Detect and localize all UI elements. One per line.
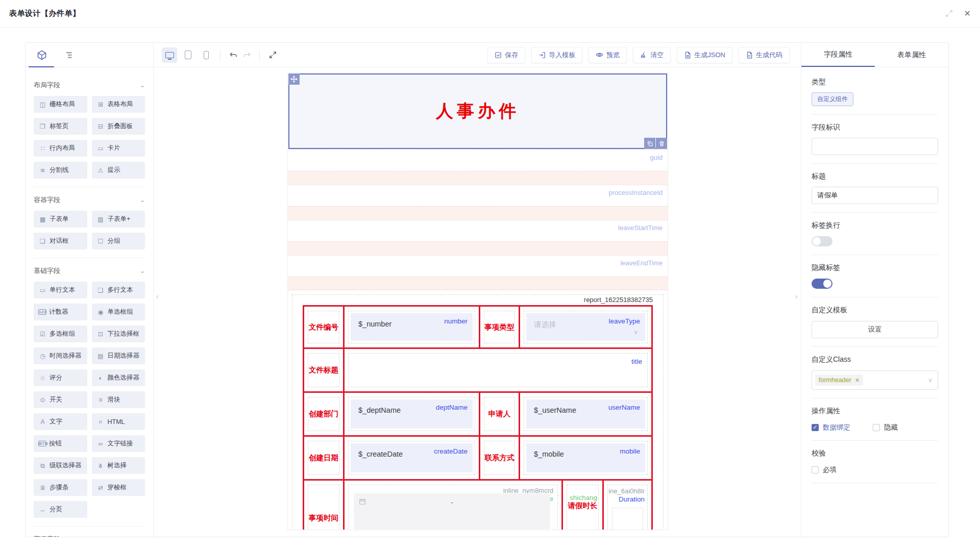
palette-item-counter[interactable]: 123计数器 [34, 304, 87, 320]
text-input[interactable]: $_number number [351, 313, 473, 341]
palette-item-single-line-text[interactable]: ▭单行文本 [34, 282, 87, 298]
table-row[interactable]: 事项时间 inline_nym8mcrd leavedate [303, 481, 653, 530]
palette-item-date-picker[interactable]: ▤日期选择器 [92, 347, 145, 364]
palette-item-steps[interactable]: ≣步骤条 [34, 479, 87, 496]
palette-item-multi-line-text[interactable]: ❑多行文本 [92, 282, 145, 298]
text-input[interactable]: $_deptName deptName [351, 399, 473, 429]
collapse-panel-handle[interactable]: › [793, 286, 800, 307]
palette-section-header[interactable]: 高级字段⌄ [34, 533, 145, 537]
text-input[interactable]: $_mobile mobile [526, 443, 645, 472]
palette-item-grid-layout[interactable]: ◫栅格布局 [34, 96, 87, 113]
button-icon: BTN [38, 441, 46, 446]
palette-item-cascader[interactable]: ⧉级联选择器 [34, 457, 87, 474]
hidden-field-row[interactable]: guid [288, 149, 668, 171]
clear-button[interactable]: 清空 [633, 47, 671, 63]
fullscreen-icon[interactable] [266, 48, 279, 62]
label-wrap-toggle[interactable] [812, 236, 832, 246]
table-row[interactable]: 文件编号 $_number number 事项类型 请选择 leaveType … [303, 305, 653, 349]
palette-item-html[interactable]: ⌗HTML [92, 413, 145, 430]
hidden-checkbox[interactable]: 隐藏 [873, 423, 898, 432]
palette-item-color-picker[interactable]: ◐颜色选择器 [92, 369, 145, 386]
palette-item-switch[interactable]: ⊙开关 [34, 391, 87, 408]
tab-form-properties[interactable]: 表单属性 [875, 43, 948, 67]
form-header-block[interactable]: 人事办件 [288, 73, 667, 149]
components-tab[interactable] [36, 49, 48, 61]
report-section[interactable]: report_1622518382735 文件编号 $_number numbe… [292, 294, 664, 530]
palette-item-rate[interactable]: ☆评分 [34, 369, 87, 386]
delete-icon[interactable] [656, 138, 667, 149]
palette-item-tree-select[interactable]: ⋔树选择 [92, 457, 145, 474]
copy-icon[interactable] [644, 138, 655, 149]
palette-item-group[interactable]: ☐分组 [92, 233, 145, 249]
custom-class-select[interactable]: formheader ✕ ∨ [812, 370, 938, 390]
preview-button[interactable]: 预览 [589, 47, 627, 63]
chevron-down-icon: ⌄ [140, 267, 145, 274]
design-canvas[interactable]: 人事办件 [154, 67, 801, 537]
palette-section-header[interactable]: 容器字段⌄ [34, 193, 145, 207]
palette-item-slider[interactable]: ≡滑块 [92, 391, 145, 408]
palette-item-alert[interactable]: ⚠提示 [92, 162, 145, 179]
text-input[interactable]: $_userName userName [526, 399, 645, 429]
palette-item-divider[interactable]: ≋分割线 [34, 162, 87, 179]
palette-item-subform[interactable]: ▦子表单 [34, 211, 87, 228]
device-tablet-icon[interactable] [180, 47, 195, 63]
palette-item-checkbox-group[interactable]: ☑多选框组 [34, 325, 87, 342]
palette-item-radio-group[interactable]: ◉单选框组 [92, 304, 145, 320]
select-input[interactable]: 请选择 leaveType ∨ [526, 313, 645, 341]
report-section-id: report_1622518382735 [303, 296, 653, 305]
duration-input[interactable]: ine_6ai0h8lr Duration [607, 485, 648, 530]
undo-icon[interactable] [227, 48, 240, 62]
palette-item-collapse-panel[interactable]: ⊟折叠面板 [92, 118, 145, 135]
field-id-input[interactable] [812, 138, 938, 155]
remove-tag-icon[interactable]: ✕ [855, 377, 860, 384]
hidden-field-row[interactable]: leaveStartTime [288, 220, 668, 241]
import-template-button[interactable]: 导入模板 [531, 47, 582, 63]
palette-item-button[interactable]: BTN按钮 [34, 435, 87, 452]
tab-field-properties[interactable]: 字段属性 [801, 43, 875, 67]
title-input[interactable] [812, 187, 938, 204]
palette-item-select[interactable]: ⊡下拉选择框 [92, 325, 145, 342]
palette-item-text-link[interactable]: ∞文字链接 [92, 435, 145, 452]
palette-section-header[interactable]: 布局字段⌄ [34, 79, 145, 92]
palette-item-transfer[interactable]: ⇄穿梭框 [92, 479, 145, 496]
palette-item-time-picker[interactable]: ◷时间选择器 [34, 347, 87, 364]
data-binding-checkbox[interactable]: 数据绑定 [812, 423, 850, 432]
palette-item-inline-layout[interactable]: ∷行内布局 [34, 140, 87, 157]
text-input[interactable]: $_createDate createDate [351, 443, 473, 472]
class-tag: formheader ✕ [815, 374, 863, 386]
generate-json-button[interactable]: 生成JSON [677, 47, 732, 63]
drag-handle-icon[interactable] [288, 73, 300, 85]
hide-label-toggle[interactable] [812, 279, 832, 289]
date-range-picker[interactable]: inline_nym8mcrd leavedate - [348, 485, 558, 530]
redo-icon[interactable] [240, 48, 253, 62]
hidden-field-row[interactable]: leaveEndTime [288, 255, 668, 277]
table-row[interactable]: 创建日期 $_createDate createDate 联系方式 $_mobi… [303, 437, 653, 481]
palette-item-dialog[interactable]: ❏对话框 [34, 233, 87, 249]
palette-item-table-layout[interactable]: ⊞表格布局 [92, 96, 145, 113]
generate-code-button[interactable]: 生成代码 [739, 47, 790, 63]
palette-item-subform-plus[interactable]: ▧子表单+ [92, 211, 145, 228]
hidden-field-row[interactable]: processInstanceId [288, 185, 668, 206]
collapse-palette-handle[interactable]: ‹ [154, 286, 161, 307]
palette-item-label: 时间选择器 [50, 352, 82, 360]
device-desktop-icon[interactable] [162, 47, 177, 63]
palette-item-text[interactable]: A文字 [34, 413, 87, 430]
table-row[interactable]: 文件标题 title [303, 349, 653, 393]
table-row[interactable]: 创建部门 $_deptName deptName 申请人 $_userName … [303, 393, 653, 437]
palette-item-card[interactable]: ▭卡片 [92, 140, 145, 157]
device-mobile-icon[interactable] [199, 47, 214, 63]
required-checkbox[interactable]: 必填 [812, 465, 837, 474]
custom-template-label: 自定义模板 [812, 306, 938, 315]
text-input[interactable]: title [348, 353, 648, 387]
restore-window-icon[interactable] [945, 10, 953, 17]
palette-section-header[interactable]: 基础字段⌄ [34, 264, 145, 278]
palette-item-tabs[interactable]: ❐标签页 [34, 118, 87, 135]
bound-field-name: createDate [434, 447, 468, 455]
save-button[interactable]: 保存 [487, 47, 525, 63]
custom-template-settings-button[interactable]: 设置 [812, 321, 938, 338]
input-value: $_userName [534, 406, 576, 414]
palette-item-pagination[interactable]: ↔分页 [34, 501, 87, 518]
close-icon[interactable]: ✕ [964, 10, 971, 18]
type-tag[interactable]: 自定义组件 [812, 92, 853, 106]
outline-tab[interactable] [63, 49, 76, 61]
